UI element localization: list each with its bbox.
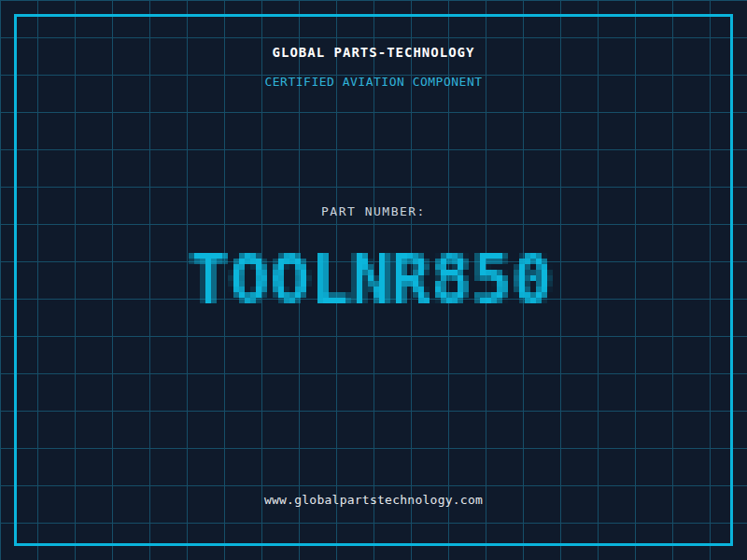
label-plate: { "header": { "company": "GLOBAL PARTS-T… [0, 0, 747, 560]
part-number-display: TOOLNR850 [0, 231, 747, 333]
website-url: www.globalpartstechnology.com [0, 493, 747, 507]
company-title: GLOBAL PARTS-TECHNOLOGY [0, 45, 747, 60]
part-number-label: PART NUMBER: [0, 204, 747, 218]
part-number-pixel-text [183, 231, 564, 326]
certification-subtitle: CERTIFIED AVIATION COMPONENT [0, 75, 747, 89]
